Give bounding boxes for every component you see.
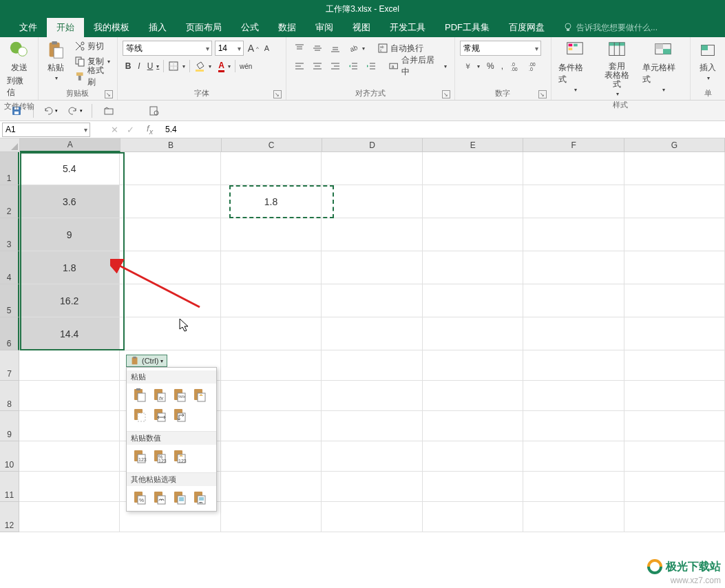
font-color-button[interactable]: A▾ — [216, 59, 233, 74]
fx-icon[interactable]: fx — [147, 123, 153, 136]
tab-view[interactable]: 视图 — [343, 18, 380, 37]
col-header-A[interactable]: A — [20, 138, 120, 152]
cell-G7[interactable] — [624, 350, 725, 381]
cell-F4[interactable] — [523, 251, 624, 284]
cell-D6[interactable] — [322, 317, 422, 350]
cell-G11[interactable] — [624, 472, 725, 502]
cell-E2[interactable] — [423, 185, 523, 218]
cell-D4[interactable] — [322, 251, 422, 284]
cell-C7[interactable] — [221, 350, 322, 381]
col-header-D[interactable]: D — [322, 138, 423, 152]
paste-option-column-width[interactable] — [151, 406, 169, 424]
decrease-font-button[interactable]: A — [263, 41, 271, 56]
cell-G12[interactable] — [624, 502, 725, 532]
col-header-B[interactable]: B — [120, 138, 221, 152]
tab-formulas[interactable]: 公式 — [231, 18, 269, 37]
percent-button[interactable]: % — [484, 59, 497, 74]
orientation-button[interactable]: ab▾ — [345, 41, 368, 56]
cell-G9[interactable] — [624, 411, 725, 441]
align-top-button[interactable] — [291, 41, 308, 56]
cell-D9[interactable] — [322, 411, 422, 441]
row-header-4[interactable]: 4 — [0, 251, 19, 284]
cell-D2[interactable] — [322, 185, 422, 218]
cell-A9[interactable] — [19, 411, 120, 441]
comma-button[interactable]: , — [498, 59, 506, 74]
cell-G3[interactable] — [624, 218, 725, 251]
tab-baidu[interactable]: 百度网盘 — [499, 18, 554, 37]
cell-C6[interactable] — [221, 317, 322, 350]
cell-styles-button[interactable]: 单元格样式▾ — [638, 39, 687, 94]
cell-A7[interactable] — [19, 350, 120, 381]
tab-insert[interactable]: 插入 — [139, 18, 176, 37]
send-to-wechat-button[interactable]: 发送 到微信 — [3, 39, 35, 100]
cell-G2[interactable] — [624, 185, 725, 218]
cell-G6[interactable] — [624, 317, 725, 350]
cell-F8[interactable] — [523, 381, 624, 411]
cell-F11[interactable] — [523, 472, 624, 502]
tab-templates[interactable]: 我的模板 — [84, 18, 139, 37]
cell-C10[interactable] — [221, 441, 322, 472]
cell-E8[interactable] — [423, 381, 523, 411]
tab-data[interactable]: 数据 — [269, 18, 306, 37]
cell-E10[interactable] — [423, 441, 523, 472]
tab-pdf[interactable]: PDF工具集 — [435, 18, 499, 37]
tab-developer[interactable]: 开发工具 — [380, 18, 435, 37]
cell-E9[interactable] — [423, 411, 523, 441]
tab-home[interactable]: 开始 — [47, 18, 84, 37]
row-header-10[interactable]: 10 — [0, 441, 19, 472]
cell-D11[interactable] — [322, 472, 422, 502]
cell-C12[interactable] — [221, 502, 322, 532]
row-header-3[interactable]: 3 — [0, 218, 19, 251]
bold-button[interactable]: B — [123, 59, 134, 74]
cell-A12[interactable] — [19, 502, 120, 532]
name-box[interactable]: A1 — [2, 123, 90, 137]
cell-A5[interactable]: 16.2 — [19, 284, 120, 317]
paste-picture[interactable] — [171, 489, 189, 507]
redo-button[interactable]: ▾ — [67, 103, 83, 119]
clipboard-launcher[interactable]: ↘ — [105, 90, 113, 98]
paste-option-transpose[interactable] — [171, 406, 189, 424]
cell-B6[interactable] — [120, 317, 220, 350]
cell-A11[interactable] — [19, 472, 120, 502]
row-header-9[interactable]: 9 — [0, 411, 19, 441]
increase-decimal-button[interactable]: .0.00 — [507, 59, 524, 74]
cell-A8[interactable] — [19, 381, 120, 411]
font-launcher[interactable]: ↘ — [273, 90, 282, 98]
paste-values[interactable]: 123 — [131, 448, 149, 465]
format-painter-button[interactable]: 格式刷 — [72, 69, 114, 84]
cell-C5[interactable] — [221, 284, 322, 317]
phonetic-button[interactable]: wén — [237, 59, 255, 74]
align-middle-button[interactable] — [309, 41, 326, 56]
cell-G10[interactable] — [624, 441, 725, 472]
row-header-6[interactable]: 6 — [0, 317, 19, 350]
paste-option-keep-source[interactable] — [191, 386, 209, 404]
paste-option-formulas-format[interactable]: %fx — [171, 386, 189, 404]
cell-B2[interactable] — [120, 185, 220, 218]
cell-D5[interactable] — [322, 284, 422, 317]
formula-input[interactable]: 5.4 — [157, 125, 725, 134]
cell-B5[interactable] — [120, 284, 220, 317]
increase-font-button[interactable]: A^ — [246, 41, 260, 56]
cell-A1[interactable]: 5.4 — [19, 152, 120, 185]
cell-F5[interactable] — [523, 284, 624, 317]
cell-C2[interactable]: 1.8 — [221, 185, 322, 218]
align-left-button[interactable] — [291, 59, 308, 74]
accounting-button[interactable]: ￥▾ — [460, 59, 483, 74]
cut-button[interactable]: 剪切 — [72, 39, 114, 54]
number-launcher[interactable]: ↘ — [538, 90, 547, 98]
cell-F3[interactable] — [523, 218, 624, 251]
cell-D8[interactable] — [322, 381, 422, 411]
font-name-combo[interactable]: 等线 — [123, 41, 212, 56]
cell-F12[interactable] — [523, 502, 624, 532]
confirm-formula-button[interactable]: ✓ — [127, 125, 134, 135]
align-launcher[interactable]: ↘ — [442, 90, 450, 98]
cell-E7[interactable] — [423, 350, 523, 381]
cell-F7[interactable] — [523, 350, 624, 381]
cell-G5[interactable] — [624, 284, 725, 317]
cell-E11[interactable] — [423, 472, 523, 502]
row-header-2[interactable]: 2 — [0, 185, 19, 218]
qat-preview-button[interactable] — [146, 103, 162, 119]
fill-color-button[interactable]: ▾ — [191, 59, 214, 74]
increase-indent-button[interactable] — [363, 59, 379, 74]
cell-E1[interactable] — [423, 152, 523, 185]
